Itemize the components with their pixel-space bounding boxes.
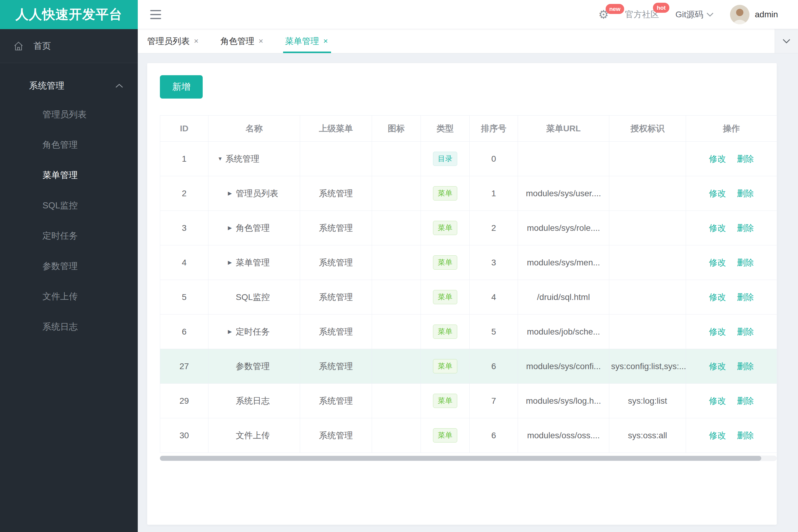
git-source-label[interactable]: Git源码 (675, 9, 703, 20)
git-source-menu[interactable]: Git源码 (675, 9, 713, 20)
cell-type: 菜单 (421, 211, 470, 245)
type-badge: 菜单 (433, 394, 457, 408)
cell-id: 1 (160, 141, 208, 176)
delete-link[interactable]: 删除 (737, 154, 754, 164)
horizontal-scrollbar-thumb[interactable] (160, 456, 761, 461)
user-menu[interactable]: admin (730, 5, 778, 24)
cell-name: 文件上传 (236, 430, 270, 441)
close-tab-icon[interactable]: × (323, 36, 328, 46)
cell-actions: 修改删除 (686, 384, 777, 418)
cell-id: 4 (160, 245, 208, 280)
cell-perms (609, 141, 686, 176)
edit-link[interactable]: 修改 (709, 292, 726, 302)
cell-icon (372, 418, 421, 453)
edit-link[interactable]: 修改 (709, 431, 726, 440)
type-badge: 菜单 (433, 428, 457, 442)
content-card: 新增 ID名称上级菜单图标类型排序号菜单URL授权标识操作 1▼系统管理目录0修… (147, 63, 777, 525)
cell-perms (609, 280, 686, 315)
home-icon (13, 41, 24, 51)
edit-link[interactable]: 修改 (709, 362, 726, 371)
cell-order: 6 (470, 418, 518, 453)
edit-link[interactable]: 修改 (709, 223, 726, 233)
cell-icon (372, 315, 421, 349)
sidebar-item-7[interactable]: 系统日志 (0, 312, 138, 342)
cell-order: 1 (470, 176, 518, 211)
delete-link[interactable]: 删除 (737, 258, 754, 267)
cell-url (518, 141, 609, 176)
table-header-row: ID名称上级菜单图标类型排序号菜单URL授权标识操作 (160, 116, 777, 141)
tree-expand-icon[interactable]: ▼ (218, 156, 224, 162)
sidebar-item-1[interactable]: 角色管理 (0, 130, 138, 160)
type-badge: 菜单 (433, 255, 457, 270)
add-button[interactable]: 新增 (160, 75, 203, 99)
edit-link[interactable]: 修改 (709, 327, 726, 336)
menu-table: ID名称上级菜单图标类型排序号菜单URL授权标识操作 1▼系统管理目录0修改删除… (160, 115, 777, 453)
cell-perms (609, 176, 686, 211)
tree-expand-icon[interactable]: ▶ (228, 328, 235, 335)
cell-order: 2 (470, 211, 518, 245)
cell-order: 6 (470, 349, 518, 384)
sidebar-group-header[interactable]: 系统管理 (0, 72, 138, 99)
sidebar-item-6[interactable]: 文件上传 (0, 282, 138, 312)
tab-label[interactable]: 角色管理 (220, 36, 254, 47)
cell-url: modules/sys/user.... (518, 176, 609, 211)
delete-link[interactable]: 删除 (737, 327, 754, 336)
sidebar-item-3[interactable]: SQL监控 (0, 190, 138, 221)
cell-type: 菜单 (421, 384, 470, 418)
tabbar: 管理员列表×角色管理×菜单管理× (138, 29, 798, 53)
tree-expand-icon[interactable]: ▶ (228, 225, 235, 231)
avatar[interactable] (730, 5, 749, 24)
close-tab-icon[interactable]: × (194, 36, 199, 46)
edit-link[interactable]: 修改 (709, 154, 726, 164)
hot-badge: hot (653, 3, 669, 13)
sidebar-item-2[interactable]: 菜单管理 (0, 160, 138, 190)
close-tab-icon[interactable]: × (259, 36, 263, 46)
tab-label[interactable]: 菜单管理 (285, 36, 319, 47)
column-header-4: 类型 (421, 116, 470, 141)
sidebar-home-label[interactable]: 首页 (33, 40, 51, 52)
delete-link[interactable]: 删除 (737, 223, 754, 233)
cell-icon (372, 280, 421, 315)
sidebar-toggle-button[interactable] (150, 10, 161, 19)
cell-perms: sys:config:list,sys:... (609, 349, 686, 384)
tabs-dropdown-button[interactable] (775, 29, 798, 53)
username[interactable]: admin (755, 10, 778, 19)
sidebar-group-label[interactable]: 系统管理 (29, 80, 115, 92)
sidebar-item-0[interactable]: 管理员列表 (0, 99, 138, 130)
tab-0[interactable]: 管理员列表× (147, 29, 199, 53)
edit-link[interactable]: 修改 (709, 258, 726, 267)
edit-link[interactable]: 修改 (709, 189, 726, 198)
tree-expand-icon[interactable]: ▶ (228, 259, 235, 266)
edit-link[interactable]: 修改 (709, 396, 726, 405)
cell-perms (609, 211, 686, 245)
cell-order: 7 (470, 384, 518, 418)
cell-id: 30 (160, 418, 208, 453)
community-link[interactable]: 官方社区 hot (625, 9, 659, 20)
tab-label[interactable]: 管理员列表 (147, 36, 190, 47)
table-row: 4▶菜单管理系统管理菜单3modules/sys/men...修改删除 (160, 245, 777, 280)
column-header-7: 授权标识 (609, 116, 686, 141)
delete-link[interactable]: 删除 (737, 431, 754, 440)
cell-url: modules/sys/log.h... (518, 384, 609, 418)
table-row: 29系统日志系统管理菜单7modules/sys/log.h...sys:log… (160, 384, 777, 418)
cell-icon (372, 245, 421, 280)
sidebar-item-5[interactable]: 参数管理 (0, 251, 138, 282)
delete-link[interactable]: 删除 (737, 292, 754, 302)
column-header-5: 排序号 (470, 116, 518, 141)
sidebar-item-home[interactable]: 首页 (0, 29, 138, 63)
cell-parent: 系统管理 (300, 315, 372, 349)
column-header-8: 操作 (686, 116, 777, 141)
table-row: 3▶角色管理系统管理菜单2modules/sys/role....修改删除 (160, 211, 777, 245)
cell-icon (372, 384, 421, 418)
sidebar-item-4[interactable]: 定时任务 (0, 221, 138, 251)
delete-link[interactable]: 删除 (737, 362, 754, 371)
sidebar-group-system: 系统管理 管理员列表角色管理菜单管理SQL监控定时任务参数管理文件上传系统日志 (0, 63, 138, 532)
settings-button[interactable]: ⚙ new (598, 9, 609, 20)
delete-link[interactable]: 删除 (737, 189, 754, 198)
tab-2[interactable]: 菜单管理× (285, 29, 328, 53)
delete-link[interactable]: 删除 (737, 396, 754, 405)
tree-expand-icon[interactable]: ▶ (228, 190, 235, 196)
topbar: ⚙ new 官方社区 hot Git源码 admin (138, 0, 798, 29)
tab-1[interactable]: 角色管理× (220, 29, 263, 53)
horizontal-scrollbar[interactable] (160, 456, 777, 461)
